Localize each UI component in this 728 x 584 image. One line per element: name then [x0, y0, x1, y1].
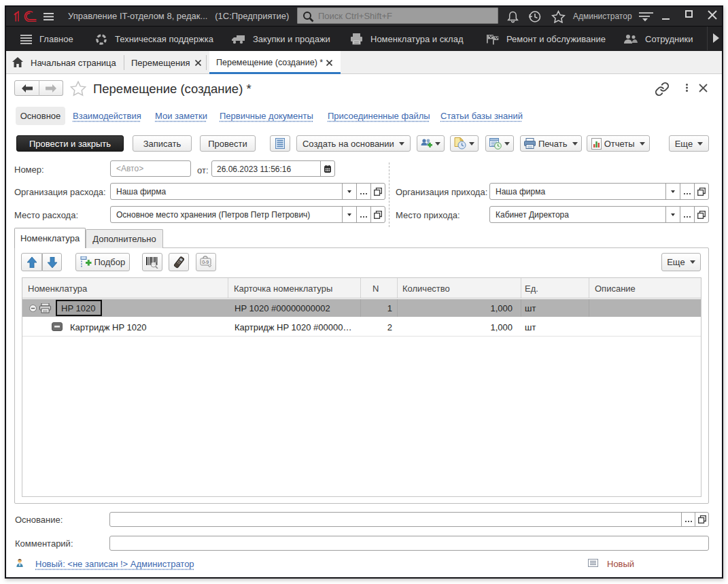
svg-text:0-9: 0-9	[202, 260, 209, 264]
